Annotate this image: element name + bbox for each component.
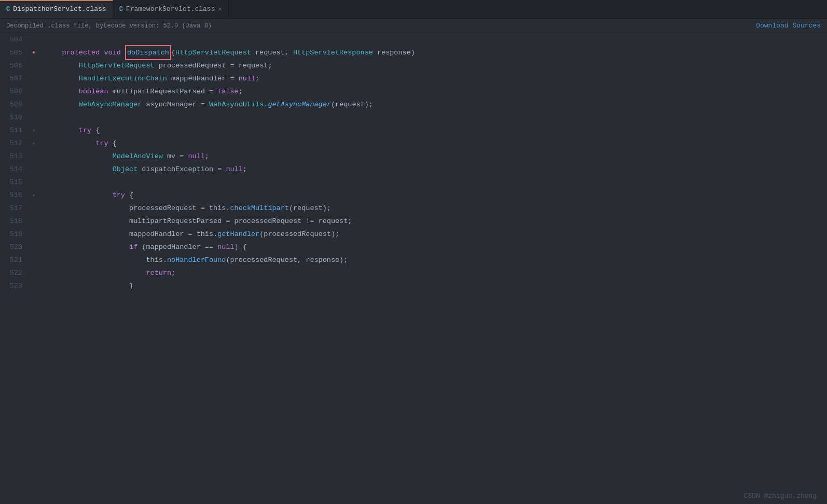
info-bar: Decompiled .class file, bytecode version… [0,19,827,33]
download-sources-button[interactable]: Download Sources [756,22,821,30]
code-lines: protected void doDispatch ( HttpServletR… [39,33,827,504]
line-515 [45,176,821,189]
line-513: ModelAndView mv = null ; [45,150,821,163]
gutter-521 [29,254,39,267]
line-517: processedRequest = this. checkMultipart … [45,202,821,215]
line-519: mappedHandler = this. getHandler (proces… [45,228,821,241]
line-521: this. noHandlerFound (processedRequest, … [45,254,821,267]
watermark: CSDN @zhiguo.zheng [744,492,817,500]
line-511: try { [45,124,821,137]
line-514: Object dispatchException = null ; [45,163,821,176]
java-class-icon: C [6,6,10,13]
line-numbers: 504 505 506 507 508 509 510 511 512 513 … [0,33,29,504]
code-container: 504 505 506 507 508 509 510 511 512 513 … [0,33,827,504]
highlight-dodispatch: doDispatch [125,45,171,60]
java-class-icon-2: C [119,6,123,13]
tab-label-2: FrameworkServlet.class [126,5,215,13]
gutter-506 [29,59,39,72]
gutter-518 [29,215,39,228]
line-508: boolean multipartRequestParsed = false ; [45,85,821,98]
line-522: return ; [45,267,821,279]
gutter-514 [29,163,39,176]
gutter-519 [29,228,39,241]
gutter-516[interactable]: ▾ [29,189,39,202]
gutter-520 [29,241,39,254]
line-516: try { [45,189,821,202]
line-520: if (mappedHandler == null ) { [45,241,821,254]
line-506: HttpServletRequest processedRequest = re… [45,59,821,72]
tab-label-1: DispatcherServlet.class [13,5,106,13]
line-507: HandlerExecutionChain mappedHandler = nu… [45,72,821,85]
gutter-509 [29,98,39,111]
gutter-508 [29,85,39,98]
line-510 [45,111,821,124]
gutter-504 [29,33,39,46]
gutter-517 [29,202,39,215]
gutter-505[interactable]: ● [29,46,39,59]
line-509: WebAsyncManager asyncManager = WebAsyncU… [45,98,821,111]
line-505: protected void doDispatch ( HttpServletR… [45,46,821,59]
tab-dispatcher-servlet[interactable]: C DispatcherServlet.class [0,0,113,18]
gutter-515 [29,176,39,189]
gutter-511[interactable]: ▾ [29,124,39,137]
line-518: multipartRequestParsed = processedReques… [45,215,821,228]
gutter-513 [29,150,39,163]
line-523: } [45,279,821,292]
gutter-523 [29,279,39,292]
gutter-510 [29,111,39,124]
tab-bar: C DispatcherServlet.class C FrameworkSer… [0,0,827,19]
gutter-507 [29,72,39,85]
gutter-522 [29,267,39,279]
gutter-area: ● ▾ ▾ ▾ [29,33,39,504]
line-504 [45,33,821,46]
gutter-512[interactable]: ▾ [29,137,39,150]
tab-framework-servlet[interactable]: C FrameworkServlet.class ✕ [113,0,229,18]
info-text: Decompiled .class file, bytecode version… [6,22,212,30]
line-512: try { [45,137,821,150]
close-tab-icon[interactable]: ✕ [218,5,222,13]
